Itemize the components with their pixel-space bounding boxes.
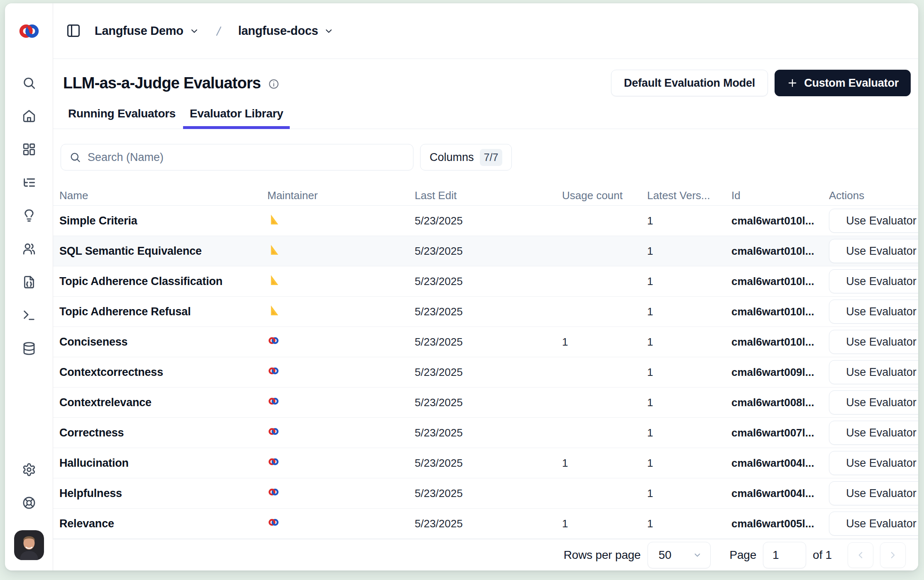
use-evaluator-button[interactable]: Use Evaluator — [829, 421, 918, 445]
chevron-left-icon — [855, 550, 866, 561]
info-icon[interactable] — [268, 78, 279, 90]
table-row[interactable]: SQL Semantic Equivalence5/23/20251cmal6w… — [53, 236, 918, 266]
latest-version: 1 — [647, 275, 731, 288]
pagination-bar: Rows per page 50 Page of 1 — [53, 539, 918, 570]
evaluator-name: Topic Adherence Refusal — [59, 305, 267, 318]
last-edit: 5/23/2025 — [415, 426, 562, 439]
table-row[interactable]: Contextcorrectness5/23/20251cmal6wart009… — [53, 357, 918, 387]
usage-count: 1 — [562, 336, 647, 348]
maintainer-cell — [267, 516, 415, 531]
sidebar-item-datasets[interactable] — [21, 341, 37, 356]
rows-per-page-select[interactable]: 50 — [648, 542, 711, 568]
sidebar-item-support[interactable] — [21, 495, 37, 510]
tab-running-evaluators[interactable]: Running Evaluators — [61, 101, 182, 129]
use-evaluator-button[interactable]: Use Evaluator — [829, 512, 918, 536]
use-evaluator-button[interactable]: Use Evaluator — [829, 390, 918, 414]
maintainer-cell — [267, 304, 415, 319]
users-icon — [22, 242, 36, 256]
column-header-usage-count: Usage count — [562, 189, 647, 202]
evaluator-name: Correctness — [59, 426, 267, 439]
use-evaluator-button[interactable]: Use Evaluator — [829, 209, 918, 233]
sidebar-toggle-button[interactable] — [66, 23, 81, 39]
use-evaluator-button[interactable]: Use Evaluator — [829, 330, 918, 354]
sidebar-item-prompts[interactable] — [21, 275, 37, 290]
langfuse-knot-icon — [267, 486, 280, 498]
use-evaluator-button[interactable]: Use Evaluator — [829, 481, 918, 505]
sidebar-item-settings[interactable] — [21, 462, 37, 477]
custom-evaluator-label: Custom Evaluator — [804, 77, 899, 90]
column-header-id: Id — [731, 189, 829, 202]
actions-cell: Use Evaluator — [829, 300, 918, 324]
langfuse-knot-icon — [267, 425, 280, 438]
latest-version: 1 — [647, 487, 731, 500]
table-row[interactable]: Helpfulness5/23/20251cmal6wart004l...Use… — [53, 478, 918, 509]
sidebar-item-tracing[interactable] — [21, 175, 37, 190]
tab-evaluator-library[interactable]: Evaluator Library — [183, 101, 290, 129]
table-row[interactable]: Correctness5/23/20251cmal6wart007l...Use… — [53, 418, 918, 448]
previous-page-button[interactable] — [848, 542, 873, 568]
default-evaluation-model-button[interactable]: Default Evaluation Model — [611, 70, 768, 96]
evaluator-id: cmal6wart010l... — [731, 336, 829, 348]
sidebar-item-dashboard[interactable] — [21, 142, 37, 157]
use-evaluator-button[interactable]: Use Evaluator — [829, 451, 918, 475]
table-row[interactable]: Contextrelevance5/23/20251cmal6wart008l.… — [53, 387, 918, 418]
latest-version: 1 — [647, 336, 731, 348]
table-header-row: Name Maintainer Last Edit Usage count La… — [53, 185, 918, 206]
search-input[interactable] — [88, 151, 405, 164]
sidebar-item-lightbulb[interactable] — [21, 208, 37, 223]
org-name: langfuse-docs — [238, 24, 318, 38]
page-header: LLM-as-a-Judge Evaluators Default Evalua… — [53, 59, 918, 96]
rows-per-page-value: 50 — [659, 548, 672, 562]
settings-icon — [22, 463, 36, 477]
sidebar-item-playground[interactable] — [21, 308, 37, 323]
table-row[interactable]: Simple Criteria5/23/20251cmal6wart010l..… — [53, 206, 918, 236]
use-evaluator-button[interactable]: Use Evaluator — [829, 239, 918, 263]
table-toolbar: Columns 7/7 — [53, 129, 918, 185]
maintainer-cell — [267, 334, 415, 350]
actions-cell: Use Evaluator — [829, 512, 918, 536]
table-row[interactable]: Topic Adherence Refusal5/23/20251cmal6wa… — [53, 297, 918, 327]
rows-per-page-label: Rows per page — [564, 548, 641, 562]
table-row[interactable]: Relevance5/23/202511cmal6wart005l...Use … — [53, 509, 918, 539]
evaluator-name: Helpfulness — [59, 487, 267, 500]
evaluator-name: Simple Criteria — [59, 214, 267, 227]
use-evaluator-button[interactable]: Use Evaluator — [829, 360, 918, 384]
evaluator-name: Contextrelevance — [59, 396, 267, 409]
actions-cell: Use Evaluator — [829, 451, 918, 475]
next-page-button[interactable] — [880, 542, 906, 568]
last-edit: 5/23/2025 — [415, 245, 562, 258]
table-row[interactable]: Hallucination5/23/202511cmal6wart004l...… — [53, 448, 918, 478]
use-evaluator-button[interactable]: Use Evaluator — [829, 269, 918, 293]
sidebar-item-users[interactable] — [21, 241, 37, 256]
breadcrumb-project[interactable]: Langfuse Demo — [91, 22, 203, 40]
sidebar-item-home[interactable] — [21, 109, 37, 124]
ragas-triangle-icon — [267, 244, 280, 256]
langfuse-knot-icon — [267, 395, 280, 407]
evaluator-name: SQL Semantic Equivalence — [59, 245, 267, 258]
app-logo[interactable] — [5, 3, 53, 59]
sidebar-item-search[interactable] — [21, 76, 37, 90]
evaluator-id: cmal6wart010l... — [731, 275, 829, 288]
use-evaluator-button[interactable]: Use Evaluator — [829, 300, 918, 324]
user-avatar[interactable] — [14, 530, 44, 561]
dashboard-icon — [22, 142, 36, 156]
ragas-triangle-icon — [267, 213, 280, 226]
column-header-last-edit: Last Edit — [415, 189, 562, 202]
custom-evaluator-button[interactable]: Custom Evaluator — [775, 70, 911, 96]
breadcrumb-org[interactable]: langfuse-docs — [235, 22, 337, 40]
last-edit: 5/23/2025 — [415, 214, 562, 227]
last-edit: 5/23/2025 — [415, 366, 562, 379]
last-edit: 5/23/2025 — [415, 517, 562, 530]
evaluator-name: Hallucination — [59, 457, 267, 470]
home-icon — [22, 109, 36, 123]
table-row[interactable]: Conciseness5/23/202511cmal6wart010l...Us… — [53, 327, 918, 357]
table-row[interactable]: Topic Adherence Classification5/23/20251… — [53, 266, 918, 297]
actions-cell: Use Evaluator — [829, 481, 918, 505]
columns-button[interactable]: Columns 7/7 — [420, 144, 512, 171]
maintainer-cell — [267, 425, 415, 441]
breadcrumb-separator-icon — [213, 24, 225, 38]
page-number-input[interactable] — [763, 542, 806, 568]
usage-count: 1 — [562, 517, 647, 530]
search-icon — [22, 76, 36, 90]
avatar-image-icon — [14, 530, 44, 560]
